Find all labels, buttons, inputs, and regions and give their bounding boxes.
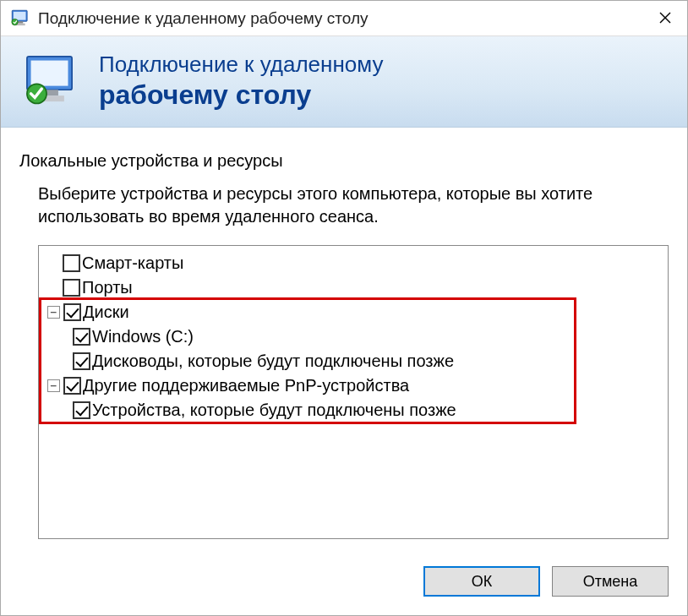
tree-item-drives-later[interactable]: Дисководы, которые будут подключены позж…: [42, 349, 664, 373]
checkbox-drives[interactable]: [63, 303, 81, 321]
close-icon: [659, 8, 671, 28]
tree-item-label: Windows (C:): [92, 327, 194, 346]
ok-button[interactable]: ОК: [423, 566, 540, 597]
tree-item-smartcards[interactable]: Смарт-карты: [42, 251, 664, 275]
tree-item-windows-c[interactable]: Windows (C:): [42, 324, 664, 349]
checkbox-pnp-later[interactable]: [73, 401, 90, 419]
content-area: Локальные устройства и ресурсы Выберите …: [1, 128, 687, 551]
tree-item-label: Другие поддерживаемые PnP-устройства: [83, 376, 409, 395]
checkbox-pnp[interactable]: [63, 377, 81, 395]
tree-item-pnp[interactable]: − Другие поддерживаемые PnP-устройства: [42, 373, 664, 398]
rdp-app-icon: [9, 8, 31, 30]
close-button[interactable]: [643, 1, 687, 36]
section-description: Выберите устройства и ресурсы этого комп…: [38, 183, 669, 228]
collapse-icon[interactable]: −: [47, 379, 60, 392]
checkbox-windows-c[interactable]: [73, 328, 90, 346]
banner-line2: рабочему столу: [99, 79, 383, 111]
tree-item-drives[interactable]: − Диски: [42, 300, 664, 324]
tree-item-label: Дисководы, которые будут подключены позж…: [92, 352, 454, 371]
tree-item-label: Порты: [82, 278, 133, 297]
window-title: Подключение к удаленному рабочему столу: [38, 9, 643, 28]
rdp-banner-icon: [21, 51, 84, 113]
tree-item-label: Устройства, которые будут подключены поз…: [92, 401, 456, 420]
checkbox-smartcards[interactable]: [63, 254, 80, 272]
tree-item-label: Диски: [83, 303, 129, 322]
svg-rect-8: [31, 60, 68, 85]
checkbox-drives-later[interactable]: [73, 352, 90, 370]
collapse-icon[interactable]: −: [47, 306, 60, 319]
dialog-window: Подключение к удаленному рабочему столу: [0, 0, 688, 616]
cancel-button[interactable]: Отмена: [552, 566, 669, 597]
device-tree-panel: Смарт-карты Порты − Диски Windows (C:) Д…: [38, 245, 669, 539]
button-row: ОК Отмена: [1, 551, 687, 615]
banner-text: Подключение к удаленному рабочему столу: [99, 52, 383, 111]
tree-item-label: Смарт-карты: [82, 253, 183, 273]
titlebar: Подключение к удаленному рабочему столу: [1, 1, 687, 36]
svg-point-4: [12, 19, 18, 25]
banner-line1: Подключение к удаленному: [99, 52, 383, 78]
section-title: Локальные устройства и ресурсы: [19, 151, 669, 171]
tree-item-ports[interactable]: Порты: [42, 275, 664, 300]
checkbox-ports[interactable]: [63, 279, 80, 297]
banner: Подключение к удаленному рабочему столу: [1, 36, 687, 128]
tree-item-pnp-later[interactable]: Устройства, которые будут подключены поз…: [42, 398, 664, 422]
